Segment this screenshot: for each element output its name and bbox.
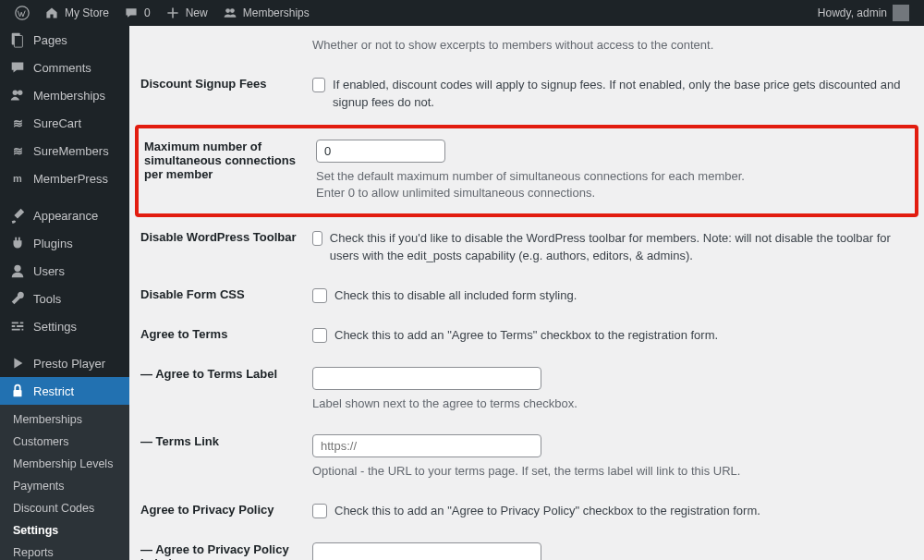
svg-point-6 — [18, 91, 22, 95]
max-conn-desc2: Enter 0 to allow unlimited simultaneous … — [316, 185, 909, 202]
sidebar-item-label: SureCart — [33, 116, 81, 130]
sidebar-item-label: Memberships — [33, 89, 105, 103]
sidebar-item-label: Pages — [33, 33, 67, 47]
svg-rect-8 — [14, 390, 22, 396]
menu-settings[interactable]: Settings — [0, 312, 129, 340]
max-conn-desc1: Set the default maximum number of simult… — [316, 168, 909, 186]
submenu-reports[interactable]: Reports — [0, 542, 129, 560]
svg-point-1 — [225, 8, 230, 13]
memberships-label: Memberships — [243, 6, 310, 19]
menu-pages[interactable]: Pages — [0, 26, 129, 54]
site-title: My Store — [65, 6, 109, 19]
row-agree-terms-label: — Agree to Terms Label Label shown next … — [140, 356, 913, 424]
suremembers-icon: ≋ — [9, 142, 26, 159]
submenu-memberships[interactable]: Memberships — [0, 408, 129, 431]
sidebar-item-label: MemberPress — [33, 172, 108, 186]
row-agree-privacy-label: — Agree to Privacy Policy Label Label sh… — [140, 531, 913, 560]
comments-link[interactable]: 0 — [116, 6, 158, 20]
user-icon — [9, 262, 26, 279]
agree-terms-desc: Check this to add an "Agree to Terms" ch… — [334, 327, 718, 345]
submenu-settings[interactable]: Settings — [0, 519, 129, 542]
row-agree-privacy: Agree to Privacy Policy Check this to ad… — [140, 492, 913, 531]
agree-privacy-label-input[interactable] — [312, 542, 541, 560]
site-name[interactable]: My Store — [37, 6, 116, 20]
comment-count: 0 — [144, 6, 151, 19]
memberpress-icon: m — [9, 170, 26, 187]
menu-presto[interactable]: Presto Player — [0, 349, 129, 377]
menu-plugins[interactable]: Plugins — [0, 229, 129, 257]
agree-privacy-checkbox[interactable] — [312, 504, 327, 518]
disable-toolbar-checkbox-wrap[interactable]: Check this if you'd like to disable the … — [312, 230, 913, 265]
menu-comments[interactable]: Comments — [0, 54, 129, 81]
max-conn-label: Maximum number of simultaneous connectio… — [144, 140, 316, 181]
groups-icon — [223, 6, 237, 20]
new-link[interactable]: New — [158, 6, 215, 20]
agree-privacy-label-field: — Agree to Privacy Policy Label — [140, 542, 289, 560]
menu-surecart[interactable]: ≋ SureCart — [0, 109, 129, 137]
discount-fees-checkbox-wrap[interactable]: If enabled, discount codes will apply to… — [312, 77, 913, 112]
disable-toolbar-checkbox[interactable] — [312, 231, 322, 246]
comment-icon — [124, 6, 139, 20]
row-discount-fees: Discount Signup Fees If enabled, discoun… — [140, 66, 913, 123]
memberships-link[interactable]: Memberships — [215, 6, 317, 20]
svg-rect-4 — [14, 36, 22, 48]
play-icon — [9, 355, 26, 371]
menu-suremembers[interactable]: ≋ SureMembers — [0, 137, 129, 164]
sidebar-item-label: Users — [33, 264, 65, 278]
terms-link-input[interactable] — [312, 434, 541, 457]
svg-point-2 — [230, 8, 235, 13]
agree-terms-checkbox[interactable] — [312, 328, 327, 343]
submenu-discounts[interactable]: Discount Codes — [0, 497, 129, 519]
submenu-levels[interactable]: Membership Levels — [0, 453, 129, 475]
discount-fees-label: Discount Signup Fees — [140, 77, 312, 91]
agree-terms-label-input[interactable] — [312, 367, 541, 390]
menu-appearance[interactable]: Appearance — [0, 201, 129, 229]
disable-css-label: Disable Form CSS — [140, 287, 312, 301]
menu-tools[interactable]: Tools — [0, 285, 129, 312]
disable-css-checkbox[interactable] — [312, 288, 327, 303]
row-disable-css: Disable Form CSS Check this to disable a… — [140, 276, 913, 316]
pages-icon — [9, 31, 26, 48]
howdy-text: Howdy, admin — [818, 6, 887, 19]
wp-logo[interactable] — [7, 6, 37, 20]
max-conn-input[interactable] — [316, 140, 445, 163]
agree-privacy-label: Agree to Privacy Policy — [140, 503, 312, 517]
svg-point-0 — [16, 6, 29, 19]
menu-memberpress[interactable]: m MemberPress — [0, 164, 129, 192]
menu-users[interactable]: Users — [0, 257, 129, 285]
menu-restrict[interactable]: Restrict — [0, 377, 129, 405]
plus-icon — [165, 6, 180, 20]
user-menu[interactable]: Howdy, admin — [810, 5, 917, 21]
discount-fees-checkbox[interactable] — [312, 78, 325, 92]
sidebar-item-label: Appearance — [33, 209, 98, 223]
agree-privacy-checkbox-wrap[interactable]: Check this to add an "Agree to Privacy P… — [312, 503, 913, 520]
submenu-payments[interactable]: Payments — [0, 475, 129, 497]
lock-icon — [9, 383, 26, 399]
admin-sidebar: Pages Comments Memberships ≋ SureCart ≋ … — [0, 26, 129, 560]
row-excerpts-truncated: Whether or not to show excerpts to membe… — [140, 26, 913, 66]
highlighted-max-connections: Maximum number of simultaneous connectio… — [135, 125, 918, 218]
admin-bar: My Store 0 New Memberships Howdy, admin — [0, 0, 924, 26]
home-icon — [44, 6, 59, 20]
submenu-customers[interactable]: Customers — [0, 431, 129, 453]
comments-icon — [9, 59, 26, 76]
terms-link-hint: Optional - the URL to your terms page. I… — [312, 463, 913, 481]
sidebar-item-label: Plugins — [33, 237, 73, 250]
wordpress-icon — [15, 6, 30, 20]
sidebar-item-label: SureMembers — [33, 144, 109, 158]
menu-memberships[interactable]: Memberships — [0, 81, 129, 109]
excerpts-desc: Whether or not to show excerpts to membe… — [312, 37, 913, 55]
brush-icon — [9, 207, 26, 224]
sidebar-item-label: Restrict — [33, 384, 74, 398]
new-label: New — [186, 6, 208, 19]
avatar — [893, 5, 909, 21]
surecart-icon: ≋ — [9, 115, 26, 131]
agree-terms-checkbox-wrap[interactable]: Check this to add an "Agree to Terms" ch… — [312, 327, 913, 345]
sidebar-item-label: Comments — [33, 61, 91, 75]
sidebar-item-label: Tools — [33, 292, 61, 306]
settings-content: Whether or not to show excerpts to membe… — [129, 26, 924, 560]
svg-point-5 — [13, 91, 18, 95]
groups-icon — [9, 87, 26, 103]
disable-css-checkbox-wrap[interactable]: Check this to disable all included form … — [312, 287, 913, 305]
sidebar-item-label: Settings — [33, 320, 77, 334]
